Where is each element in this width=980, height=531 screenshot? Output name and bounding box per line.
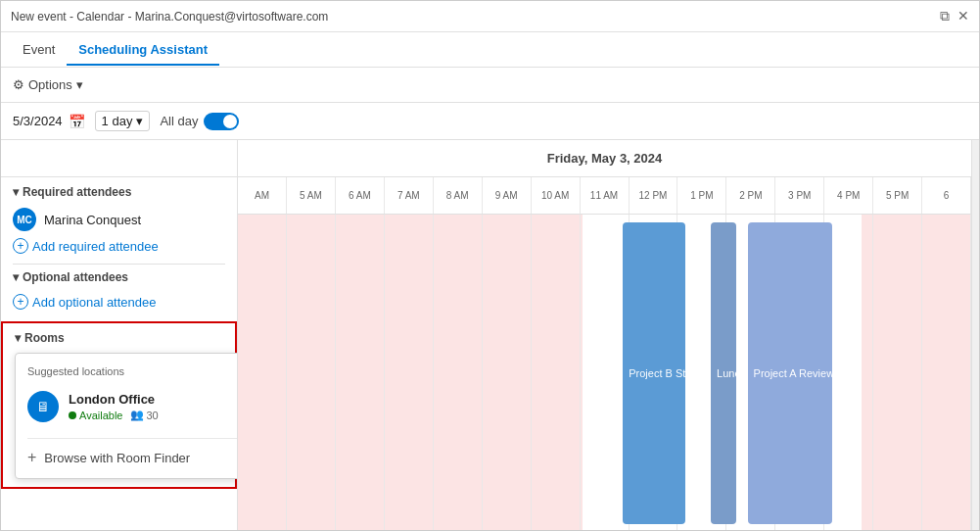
allday-label: All day bbox=[160, 114, 198, 128]
time-label-9am: 9 AM bbox=[483, 177, 532, 214]
avatar-initials: MC bbox=[17, 215, 32, 225]
day-selector[interactable]: 1 day ▾ bbox=[95, 111, 151, 131]
optional-attendees-label[interactable]: ▾ Optional attendees bbox=[13, 270, 225, 284]
avatar: MC bbox=[13, 208, 36, 231]
divider bbox=[13, 264, 225, 265]
grid-col bbox=[287, 215, 336, 531]
chevron-down-icon: ▾ bbox=[13, 185, 19, 199]
location-item[interactable]: 🖥 London Office Available 👥 30 bbox=[27, 387, 238, 426]
rooms-label-text: Rooms bbox=[24, 331, 65, 345]
options-icon: ⚙ bbox=[13, 77, 24, 92]
calendar-body: Project B Stakehol Lunc 🔄 Project A Revi… bbox=[238, 215, 971, 531]
plus-circle-icon: + bbox=[13, 238, 28, 254]
close-icon[interactable]: ✕ bbox=[957, 8, 969, 24]
required-attendees-label[interactable]: ▾ Required attendees bbox=[13, 185, 225, 199]
time-label-6: 6 bbox=[922, 177, 971, 214]
add-required-attendee-link[interactable]: + Add required attendee bbox=[13, 234, 225, 258]
add-optional-attendee-link[interactable]: + Add optional attendee bbox=[13, 290, 225, 314]
scrollbar[interactable] bbox=[971, 140, 979, 531]
available-dot bbox=[69, 411, 76, 419]
grid-col bbox=[824, 215, 873, 531]
grid-col bbox=[873, 215, 922, 531]
left-header-spacer bbox=[1, 140, 237, 177]
attendee-row: MC Marina Conquest bbox=[13, 205, 225, 234]
time-slots-header: AM 5 AM 6 AM 7 AM 8 AM 9 AM 10 AM 11 AM … bbox=[238, 177, 971, 215]
event-project-b[interactable]: Project B Stakehol bbox=[623, 222, 685, 524]
grid-col bbox=[385, 215, 434, 531]
allday-toggle: All day bbox=[160, 113, 239, 130]
window-controls: ⧉ ✕ bbox=[940, 8, 969, 24]
rooms-section: ▾ Rooms Suggested locations 🖥 London Off… bbox=[1, 321, 237, 489]
left-panel: ▾ Required attendees MC Marina Conquest … bbox=[1, 140, 238, 531]
time-label-2pm: 2 PM bbox=[726, 177, 775, 214]
browse-room-finder[interactable]: + Browse with Room Finder bbox=[27, 438, 238, 466]
location-details: London Office Available 👥 30 bbox=[69, 392, 159, 421]
tab-event[interactable]: Event bbox=[11, 34, 67, 65]
suggested-locations-popup: Suggested locations 🖥 London Office Avai… bbox=[15, 353, 238, 479]
available-badge: Available bbox=[69, 410, 122, 421]
location-icon: 🖥 bbox=[27, 391, 59, 422]
chevron-down-icon: ▾ bbox=[15, 331, 21, 345]
time-label-12pm: 12 PM bbox=[630, 177, 678, 214]
event-project-a[interactable]: Project A Review of Wee bbox=[748, 222, 832, 524]
main-content: ▾ Required attendees MC Marina Conquest … bbox=[1, 140, 979, 531]
time-label-8am: 8 AM bbox=[434, 177, 483, 214]
event-title: Project B Stakehol bbox=[629, 367, 685, 379]
calendar-icon: 📅 bbox=[69, 114, 85, 129]
grid-col bbox=[532, 215, 581, 531]
calendar-grid: Friday, May 3, 2024 AM 5 AM 6 AM 7 AM 8 … bbox=[238, 140, 971, 531]
add-optional-label: Add optional attendee bbox=[32, 295, 157, 310]
person-icon: 👥 bbox=[130, 409, 144, 421]
allday-switch[interactable] bbox=[204, 113, 239, 130]
time-label-10am: 10 AM bbox=[532, 177, 581, 214]
tab-scheduling-assistant[interactable]: Scheduling Assistant bbox=[67, 34, 219, 65]
date-bar: 5/3/2024 📅 1 day ▾ All day bbox=[1, 103, 979, 140]
event-title: Lunc 🔄 bbox=[717, 367, 736, 380]
rooms-label[interactable]: ▾ Rooms bbox=[15, 331, 223, 345]
day-chevron-icon: ▾ bbox=[136, 114, 143, 128]
optional-label-text: Optional attendees bbox=[23, 270, 128, 284]
time-label-6am: 6 AM bbox=[336, 177, 385, 214]
time-label-7am: 7 AM bbox=[385, 177, 434, 214]
title-bar: New event - Calendar - Marina.Conquest@v… bbox=[1, 1, 979, 32]
time-label-5pm: 5 PM bbox=[873, 177, 922, 214]
browse-label: Browse with Room Finder bbox=[44, 451, 190, 465]
restore-icon[interactable]: ⧉ bbox=[940, 8, 950, 24]
event-title: Project A Review of Wee bbox=[754, 367, 832, 379]
attendees-section: ▾ Required attendees MC Marina Conquest … bbox=[1, 177, 237, 321]
time-label-4pm: 4 PM bbox=[824, 177, 873, 214]
options-bar: ⚙ Options ▾ bbox=[1, 68, 979, 103]
date-header-label: Friday, May 3, 2024 bbox=[547, 151, 663, 166]
window-title: New event - Calendar - Marina.Conquest@v… bbox=[11, 10, 328, 24]
chevron-down-icon: ▾ bbox=[13, 270, 19, 284]
options-label: Options bbox=[28, 77, 72, 92]
location-meta: Available 👥 30 bbox=[69, 409, 159, 421]
browse-plus-icon: + bbox=[27, 449, 36, 466]
add-required-label: Add required attendee bbox=[32, 239, 159, 254]
time-label-1pm: 1 PM bbox=[677, 177, 726, 214]
time-label-3pm: 3 PM bbox=[775, 177, 824, 214]
time-label-am: AM bbox=[238, 177, 287, 214]
required-label-text: Required attendees bbox=[23, 185, 131, 199]
calendar-date-header: Friday, May 3, 2024 bbox=[238, 140, 971, 177]
options-button[interactable]: ⚙ Options ▾ bbox=[13, 77, 83, 92]
grid-col bbox=[336, 215, 385, 531]
date-value: 5/3/2024 bbox=[13, 114, 63, 128]
time-label-5am: 5 AM bbox=[287, 177, 336, 214]
tab-bar: Event Scheduling Assistant bbox=[1, 32, 979, 68]
grid-col bbox=[581, 215, 630, 531]
options-chevron-icon: ▾ bbox=[76, 77, 83, 92]
grid-col bbox=[922, 215, 971, 531]
day-value: 1 day bbox=[102, 114, 133, 128]
grid-col bbox=[483, 215, 532, 531]
capacity: 👥 30 bbox=[130, 409, 158, 421]
suggested-title: Suggested locations bbox=[27, 365, 238, 377]
capacity-value: 30 bbox=[146, 410, 158, 421]
time-label-11am: 11 AM bbox=[581, 177, 630, 214]
grid-col bbox=[434, 215, 483, 531]
event-lunch[interactable]: Lunc 🔄 bbox=[711, 222, 736, 524]
attendee-name: Marina Conquest bbox=[44, 213, 141, 227]
plus-circle-icon: + bbox=[13, 294, 28, 310]
date-field[interactable]: 5/3/2024 📅 bbox=[13, 114, 85, 129]
location-name: London Office bbox=[69, 392, 159, 407]
